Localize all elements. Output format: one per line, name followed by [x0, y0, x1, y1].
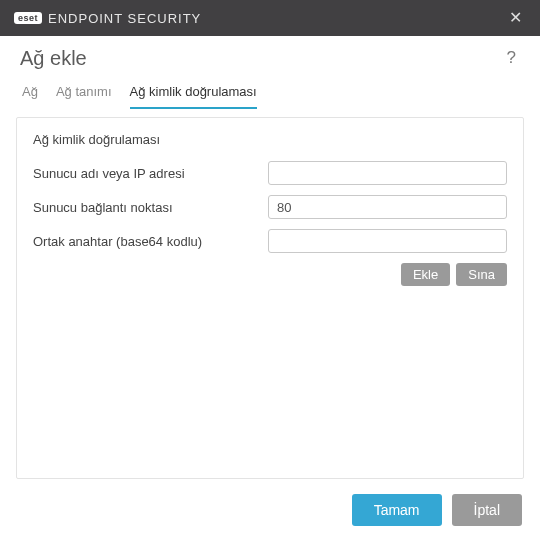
- cancel-button[interactable]: İptal: [452, 494, 522, 526]
- label-public-key: Ortak anahtar (base64 kodlu): [33, 234, 268, 249]
- ok-button[interactable]: Tamam: [352, 494, 442, 526]
- brand-badge: eset: [14, 12, 42, 24]
- label-server-name: Sunucu adı veya IP adresi: [33, 166, 268, 181]
- help-icon[interactable]: ?: [503, 46, 520, 70]
- section-heading: Ağ kimlik doğrulaması: [33, 132, 507, 147]
- label-server-port: Sunucu bağlantı noktası: [33, 200, 268, 215]
- panel-button-row: Ekle Sına: [33, 263, 507, 286]
- brand-text: ENDPOINT SECURITY: [48, 11, 201, 26]
- input-server-port[interactable]: [268, 195, 507, 219]
- close-icon[interactable]: ✕: [503, 6, 528, 30]
- page-title: Ağ ekle: [20, 47, 87, 70]
- add-button[interactable]: Ekle: [401, 263, 450, 286]
- input-server-name[interactable]: [268, 161, 507, 185]
- row-server-port: Sunucu bağlantı noktası: [33, 195, 507, 219]
- tabs: Ağ Ağ tanımı Ağ kimlik doğrulaması: [0, 74, 540, 109]
- input-public-key[interactable]: [268, 229, 507, 253]
- titlebar: eset ENDPOINT SECURITY ✕: [0, 0, 540, 36]
- header-row: Ağ ekle ?: [0, 36, 540, 74]
- row-public-key: Ortak anahtar (base64 kodlu): [33, 229, 507, 253]
- tab-network-auth[interactable]: Ağ kimlik doğrulaması: [130, 78, 257, 109]
- row-server-name: Sunucu adı veya IP adresi: [33, 161, 507, 185]
- tab-network[interactable]: Ağ: [22, 78, 38, 108]
- form-panel: Ağ kimlik doğrulaması Sunucu adı veya IP…: [16, 117, 524, 479]
- test-button[interactable]: Sına: [456, 263, 507, 286]
- footer: Tamam İptal: [352, 494, 522, 526]
- tab-network-definition[interactable]: Ağ tanımı: [56, 78, 112, 108]
